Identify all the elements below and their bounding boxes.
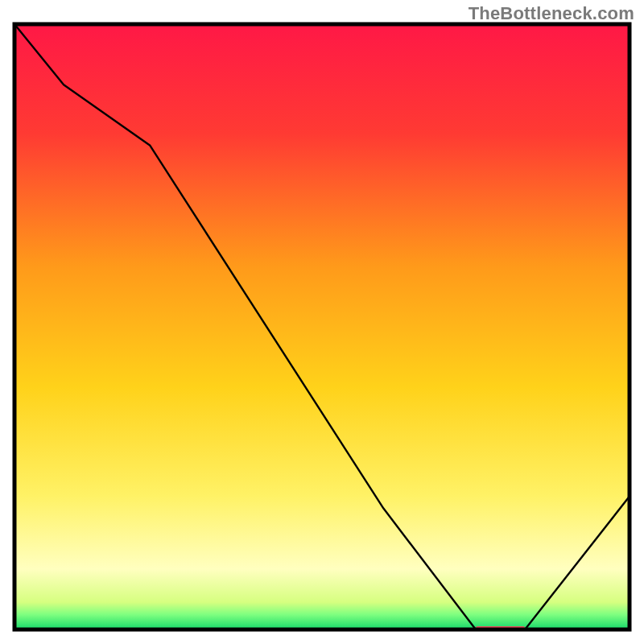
watermark-text: TheBottleneck.com [469, 3, 634, 24]
bottleneck-chart [0, 0, 644, 644]
